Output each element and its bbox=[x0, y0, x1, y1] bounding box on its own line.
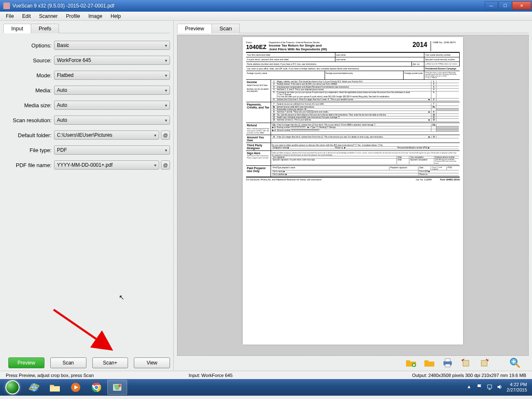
right-panel: Preview Scan Form1040EZ Department of th… bbox=[174, 21, 532, 371]
tab-preview[interactable]: Preview bbox=[177, 24, 212, 33]
minimize-button[interactable]: — bbox=[485, 1, 498, 10]
doc-pres-hdr: Presidential Election Campaign bbox=[425, 67, 456, 70]
dropdown-media[interactable]: Auto bbox=[54, 86, 170, 95]
menu-image[interactable]: Image bbox=[84, 12, 106, 20]
doc-formfoot: Form 1040EZ (2014) bbox=[440, 178, 460, 181]
dropdown-default-folder[interactable]: C:\Users\IEUser\Pictures bbox=[54, 131, 159, 140]
doc-city: City, town or post office, state, and ZI… bbox=[246, 66, 424, 71]
label-media-size: Media size: bbox=[3, 102, 54, 108]
taskbar-media-icon[interactable] bbox=[66, 380, 86, 395]
view-button[interactable]: View bbox=[134, 357, 170, 368]
maximize-button[interactable]: ☐ bbox=[498, 1, 512, 10]
scanplus-button[interactable]: Scan+ bbox=[92, 357, 128, 368]
doc-sect-paid: Paid Preparer Use Only bbox=[246, 166, 271, 177]
preview-area[interactable]: Form1040EZ Department of the Treasury—In… bbox=[177, 35, 529, 356]
start-button[interactable] bbox=[2, 379, 23, 395]
taskbar-explorer-icon[interactable] bbox=[45, 380, 65, 395]
doc-fp: Foreign province/state/county bbox=[325, 71, 404, 79]
tab-input[interactable]: Input bbox=[3, 24, 31, 33]
tray-chevron-icon[interactable]: ▲ bbox=[467, 384, 473, 391]
doc-addr: Home address (number and street). If you… bbox=[246, 62, 412, 66]
status-bar: Press Preview, adjust crop box, press Sc… bbox=[0, 371, 532, 379]
scan-button[interactable]: Scan bbox=[50, 357, 86, 368]
doc-sect-third: Third Party Designee bbox=[246, 143, 271, 150]
svg-rect-3 bbox=[445, 364, 450, 367]
doc-first-name: Your first name and initial bbox=[246, 53, 335, 57]
menu-bar: File Edit Scanner Profile Image Help bbox=[0, 12, 532, 21]
doc-form-number: 1040EZ bbox=[246, 44, 266, 50]
doc-year: 2014 bbox=[409, 41, 431, 51]
label-scan-resolution: Scan resolution: bbox=[3, 117, 54, 123]
taskbar-ie-icon[interactable] bbox=[24, 380, 44, 395]
tray-date: 2/27/2015 bbox=[507, 387, 527, 393]
dropdown-file-type[interactable]: PDF bbox=[54, 145, 170, 155]
svg-rect-5 bbox=[481, 360, 487, 366]
doc-fpc: Foreign postal code bbox=[404, 71, 424, 79]
printer-icon[interactable] bbox=[442, 357, 453, 368]
close-button[interactable]: ✕ bbox=[512, 1, 531, 10]
doc-sect-payments: Payments, Credits, and Tax bbox=[246, 102, 271, 123]
left-panel: Input Prefs Options:Basic Source:WorkFor… bbox=[0, 21, 174, 371]
label-pdf-file-name: PDF file name: bbox=[3, 162, 54, 168]
dropdown-source[interactable]: WorkForce 645 bbox=[54, 56, 170, 65]
preview-button[interactable]: Preview bbox=[8, 357, 44, 368]
taskbar-vuescan-icon[interactable] bbox=[107, 380, 127, 395]
label-file-type: File type: bbox=[3, 147, 54, 153]
tray-clock[interactable]: 4:22 PM2/27/2015 bbox=[507, 382, 527, 393]
window-titlebar: VueScan 9 x32 (9.5.03) -2015-02-27-0001.… bbox=[0, 0, 532, 12]
tab-prefs[interactable]: Prefs bbox=[31, 24, 59, 33]
label-default-folder: Default folder: bbox=[3, 132, 54, 138]
folder-add-icon[interactable] bbox=[406, 357, 416, 368]
dropdown-mode[interactable]: Flatbed bbox=[54, 71, 170, 80]
folder-icon[interactable] bbox=[424, 357, 435, 368]
doc-ssn: Your social security number bbox=[424, 53, 460, 57]
menu-profile[interactable]: Profile bbox=[62, 12, 84, 20]
taskbar: ▲ 4:22 PM2/27/2015 bbox=[0, 379, 532, 396]
doc-sp-last: Last name bbox=[335, 57, 425, 62]
doc-sp-first: If a joint return, spouse's first name a… bbox=[246, 57, 335, 62]
status-mid: Input: WorkForce 645 bbox=[185, 373, 236, 378]
zoom-in-icon[interactable] bbox=[510, 357, 520, 368]
label-options: Options: bbox=[3, 42, 54, 49]
doc-title2: Joint Filers With No Dependents (99) bbox=[269, 47, 327, 51]
svg-rect-9 bbox=[50, 387, 60, 392]
doc-sect-owe: Amount You Owe bbox=[246, 135, 271, 143]
dropdown-pdf-file-name[interactable]: YYYY-MM-DD-0001+.pdf bbox=[54, 160, 159, 170]
label-media: Media: bbox=[3, 87, 54, 94]
tray-volume-icon[interactable] bbox=[497, 384, 503, 391]
taskbar-chrome-icon[interactable] bbox=[86, 380, 106, 395]
status-left: Press Preview, adjust crop box, press Sc… bbox=[2, 373, 97, 378]
tray-time: 4:22 PM bbox=[507, 382, 527, 387]
doc-sect-income: Income bbox=[247, 81, 257, 84]
app-icon bbox=[3, 2, 10, 9]
dropdown-scan-resolution[interactable]: Auto bbox=[54, 116, 170, 125]
doc-footer: For Disclosure, Privacy Act, and Paperwo… bbox=[246, 178, 322, 181]
default-folder-at-button[interactable]: @ bbox=[161, 131, 170, 140]
menu-edit[interactable]: Edit bbox=[18, 12, 35, 20]
rotate-left-icon[interactable] bbox=[461, 357, 471, 368]
menu-scanner[interactable]: Scanner bbox=[35, 12, 62, 20]
doc-catno: Cat. No. 11329W bbox=[416, 178, 431, 181]
menu-file[interactable]: File bbox=[2, 12, 18, 20]
svg-rect-2 bbox=[445, 359, 450, 362]
doc-fc: Foreign country name bbox=[246, 71, 325, 79]
label-mode: Mode: bbox=[3, 72, 54, 79]
menu-help[interactable]: Help bbox=[106, 12, 125, 20]
doc-sect-sign: Sign Here bbox=[247, 152, 261, 155]
tray-network-icon[interactable] bbox=[487, 384, 493, 391]
window-title: VueScan 9 x32 (9.5.03) -2015-02-27-0001.… bbox=[12, 3, 484, 9]
svg-rect-16 bbox=[488, 385, 492, 388]
doc-last-name: Last name bbox=[335, 53, 425, 57]
tab-scan[interactable]: Scan bbox=[212, 24, 240, 33]
doc-sp-ssn: Spouse's social security number bbox=[424, 57, 460, 62]
rotate-right-icon[interactable] bbox=[479, 357, 490, 368]
label-source: Source: bbox=[3, 57, 54, 64]
dropdown-media-size[interactable]: Auto bbox=[54, 101, 170, 110]
doc-pres-text: Check here if you, or your spouse if fil… bbox=[425, 72, 456, 77]
svg-rect-4 bbox=[463, 360, 469, 366]
pdf-file-name-at-button[interactable]: @ bbox=[161, 160, 170, 170]
doc-sect-refund: Refund bbox=[247, 124, 257, 127]
doc-title1: Income Tax Return for Single and bbox=[269, 44, 322, 47]
dropdown-options[interactable]: Basic bbox=[54, 41, 170, 50]
tray-flag-icon[interactable] bbox=[477, 384, 483, 391]
